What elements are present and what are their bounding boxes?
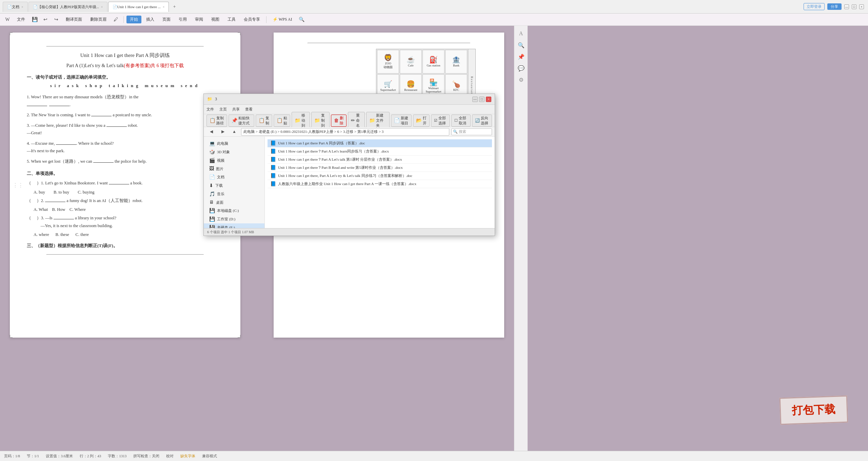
rt-btn-2[interactable]: 🔍 bbox=[516, 40, 526, 50]
status-spellcheck: 拼写检查：关闭 bbox=[133, 454, 159, 459]
rt-btn-1[interactable]: A bbox=[516, 28, 526, 39]
sidebar-desktop[interactable]: 🖥桌面 bbox=[204, 198, 264, 206]
fe-btn-move[interactable]: 📁移动到 bbox=[292, 112, 310, 129]
page-separator bbox=[250, 26, 264, 451]
fe-btn-rename[interactable]: ✏重命名 bbox=[348, 112, 365, 129]
map-zoo: 🦁 ZOO动物园 bbox=[377, 50, 399, 74]
file-2-icon: 📘 bbox=[270, 148, 276, 154]
sidebar-3d[interactable]: 🎲3D 对象 bbox=[204, 148, 264, 156]
login-button[interactable]: 立即登录 bbox=[804, 3, 825, 10]
fe-forward-btn[interactable]: ▶ bbox=[218, 127, 228, 137]
blank-1b bbox=[49, 106, 70, 106]
undo-icon[interactable]: ↩ bbox=[41, 15, 50, 24]
search-icon[interactable]: 🔍 bbox=[297, 15, 306, 24]
fe-status-text: 6 个项目 选中 1 个项目 1.07 MB bbox=[207, 230, 254, 235]
new-tab-button[interactable]: + bbox=[170, 2, 179, 12]
menu-page[interactable]: 页面 bbox=[159, 16, 174, 23]
tab-3-close[interactable]: × bbox=[163, 5, 165, 9]
menu-file[interactable]: 文件 bbox=[14, 16, 28, 23]
mc-3: （ ）3. —Is a library in your school? —Yes… bbox=[27, 214, 223, 229]
sidebar-pc[interactable]: 💻此电脑 bbox=[204, 139, 264, 148]
menu-review2[interactable]: 审阅 bbox=[192, 16, 206, 23]
fe-search-box[interactable]: 🔍 搜索 bbox=[451, 128, 492, 135]
file-item-2[interactable]: 📘 Unit 1 How can I get there？Part A Let'… bbox=[268, 147, 492, 156]
fe-btn-delete[interactable]: 🗑删除 bbox=[331, 115, 347, 127]
status-mode-label: 兼容模式 bbox=[202, 454, 217, 459]
menu-view[interactable]: 视图 bbox=[208, 16, 223, 23]
file-item-6[interactable]: 📘 人教版六年级上册上期作业 Unit 1 How can I get ther… bbox=[268, 180, 492, 188]
fe-btn-newfolder[interactable]: 📁新建文件夹 bbox=[366, 112, 390, 129]
sidebar-video[interactable]: 🎬视频 bbox=[204, 156, 264, 165]
fe-btn-paste[interactable]: 📋粘贴 bbox=[274, 115, 290, 127]
tab-1[interactable]: 📄 文档 × bbox=[3, 2, 28, 12]
tab-2[interactable]: 📄 【核心突破】人教PEP版英语六年级... × bbox=[28, 2, 107, 12]
file-item-1[interactable]: 📘 Unit 1 How can I get there Part A 同步训练… bbox=[268, 139, 492, 147]
save-icon[interactable]: 💾 bbox=[30, 15, 39, 24]
file-3-name: Unit 1 How can I get there？Part A Let's … bbox=[278, 157, 402, 162]
fe-address-bar[interactable]: 此电脑 > 老硬盘 (E:) > 0.0001-20231021-人教版PEP上… bbox=[241, 128, 449, 136]
tab-2-close[interactable]: × bbox=[101, 5, 103, 9]
fe-up-btn[interactable]: ▲ bbox=[230, 127, 239, 137]
sidebar-pic[interactable]: 🖼图片 bbox=[204, 165, 264, 173]
fe-menu-file[interactable]: 文件 bbox=[206, 107, 214, 112]
fe-maximize[interactable]: □ bbox=[479, 97, 485, 102]
fe-minimize[interactable]: — bbox=[472, 97, 478, 102]
sidebar-music[interactable]: 🎵音乐 bbox=[204, 190, 264, 198]
tab-1-close[interactable]: × bbox=[21, 5, 23, 9]
menu-start[interactable]: 开始 bbox=[126, 16, 141, 23]
download-text: 打包下载 bbox=[792, 402, 835, 418]
sidebar-d[interactable]: 💾工作室 (D:) bbox=[204, 215, 264, 223]
fe-address-text: 此电脑 > 老硬盘 (E:) > 0.0001-20231021-人教版PEP上… bbox=[243, 129, 383, 134]
fe-menu-home[interactable]: 主页 bbox=[219, 107, 227, 112]
maximize-button[interactable]: □ bbox=[852, 4, 856, 9]
file-item-4[interactable]: 📘 Unit 1 How can I get there？Part B Read… bbox=[268, 164, 492, 172]
fe-btn-invert[interactable]: 🔄反向选择 bbox=[472, 115, 492, 127]
rt-btn-5[interactable]: ⚙ bbox=[516, 75, 526, 85]
format-icon[interactable]: 🖊 bbox=[111, 15, 121, 24]
fe-sidebar: 💻此电脑 🎲3D 对象 🎬视频 🖼图片 📄文档 ⬇下载 bbox=[204, 137, 265, 228]
sidebar-doc[interactable]: 📄文档 bbox=[204, 173, 264, 181]
minimize-button[interactable]: — bbox=[844, 4, 849, 9]
fe-statusbar: 6 个项目 选中 1 个项目 1.07 MB bbox=[204, 228, 495, 236]
fe-close[interactable]: × bbox=[486, 97, 491, 102]
fe-menu-share[interactable]: 共享 bbox=[232, 107, 240, 112]
drag-handle[interactable]: ⋮⋮ bbox=[13, 182, 23, 188]
share-button[interactable]: 分享 bbox=[827, 3, 842, 10]
file-item-5[interactable]: 📘 Unit 1 How can I get there, Part A Let… bbox=[268, 172, 492, 180]
rt-btn-3[interactable]: 📌 bbox=[516, 52, 526, 62]
sidebar-download[interactable]: ⬇下载 bbox=[204, 181, 264, 190]
file-item-3[interactable]: 📘 Unit 1 How can I get there？Part A Let'… bbox=[268, 156, 492, 164]
menu-ref[interactable]: 引用 bbox=[175, 16, 190, 23]
section2-header: 二、单项选择。 bbox=[27, 171, 223, 177]
close-button[interactable]: × bbox=[859, 4, 864, 9]
menu-insert[interactable]: 插入 bbox=[143, 16, 158, 23]
sidebar-c[interactable]: 💾本地磁盘 (C:) bbox=[204, 206, 264, 215]
fe-back-btn[interactable]: ◀ bbox=[206, 127, 216, 137]
cafe-label: Cafe bbox=[408, 64, 414, 67]
download-badge[interactable]: 打包下载 bbox=[780, 396, 848, 425]
menu-wps-ai[interactable]: ⚡ WPS AI bbox=[269, 16, 295, 23]
status-col-label: 行：2 列：43 bbox=[80, 454, 101, 459]
status-wordcount: 字数：1313 bbox=[108, 454, 126, 459]
fe-btn-copy-path[interactable]: 📋复制路径 bbox=[206, 115, 227, 127]
menu-translate[interactable]: 翻译页面 bbox=[62, 16, 85, 23]
sidebar-e[interactable]: 💾老硬盘 (E:) bbox=[204, 223, 264, 228]
file-1-name: Unit 1 How can I get there Part A 同步训练（答… bbox=[278, 141, 365, 146]
status-section-label: 节：1/1 bbox=[27, 454, 39, 459]
fe-btn-paste-shortcut[interactable]: 📌粘贴快捷方式 bbox=[229, 115, 254, 127]
menu-member[interactable]: 会员专享 bbox=[240, 16, 263, 23]
question-3: 3. —Come here, please! I'd like to show … bbox=[27, 122, 223, 137]
menu-tools[interactable]: 工具 bbox=[224, 16, 239, 23]
menu-review[interactable]: 删除页眉 bbox=[87, 16, 110, 23]
tab-3[interactable]: 📄 Unit 1 How can I get there ... × bbox=[108, 2, 169, 12]
fe-btn-open[interactable]: 📂打开 bbox=[413, 115, 430, 127]
fe-btn-selectall[interactable]: ☑全部选择 bbox=[431, 115, 450, 127]
fe-btn-copyto[interactable]: 📁复制到 bbox=[311, 112, 330, 129]
fe-btn-deselect[interactable]: ☐全部取消 bbox=[451, 115, 470, 127]
fe-btn-copy[interactable]: 📋复制 bbox=[256, 115, 272, 127]
fe-menu-view[interactable]: 查看 bbox=[245, 107, 253, 112]
rt-btn-4[interactable]: 💬 bbox=[516, 63, 526, 73]
redo-icon[interactable]: ↪ bbox=[52, 15, 61, 24]
fe-btn-newitem[interactable]: 📄新建项目 bbox=[391, 115, 412, 127]
status-proofread[interactable]: 校对 bbox=[166, 454, 174, 459]
